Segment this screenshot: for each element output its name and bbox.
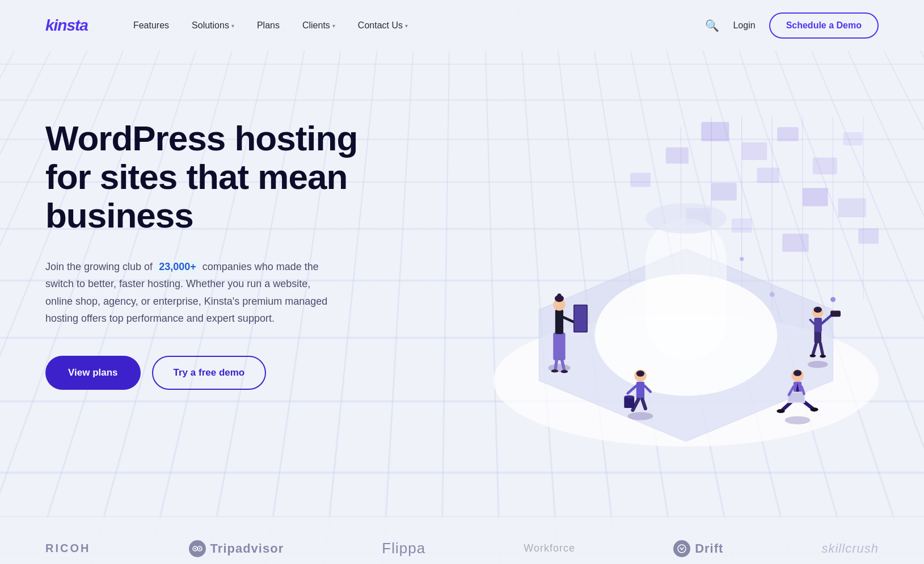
nav-clients[interactable]: Clients ▾	[302, 20, 335, 31]
chevron-down-icon: ▾	[231, 23, 234, 29]
svg-point-68	[794, 370, 801, 376]
nav-plans[interactable]: Plans	[257, 20, 280, 31]
client-flippa: Flippa	[382, 540, 425, 557]
client-tripadvisor: Tripadvisor	[189, 540, 284, 557]
svg-rect-0	[701, 122, 729, 141]
svg-point-43	[561, 370, 568, 373]
nav-contact[interactable]: Contact Us ▾	[358, 20, 408, 31]
tripadvisor-icon	[189, 540, 206, 557]
svg-rect-5	[843, 132, 862, 145]
svg-point-46	[636, 371, 644, 377]
client-ricoh: RICOH	[45, 542, 90, 555]
svg-point-24	[830, 297, 836, 302]
svg-point-54	[808, 361, 828, 368]
navbar: kinsta Features Solutions ▾ Plans Client…	[0, 0, 924, 51]
hero-svg-illustration	[397, 96, 879, 482]
svg-rect-76	[788, 393, 804, 402]
svg-rect-39	[575, 306, 587, 332]
chevron-down-icon: ▾	[405, 23, 408, 29]
svg-point-73	[777, 409, 784, 413]
svg-rect-8	[757, 168, 779, 183]
client-workforce: Workforce	[524, 542, 575, 554]
svg-point-44	[628, 412, 653, 420]
svg-point-83	[678, 545, 686, 553]
svg-point-66	[785, 416, 811, 424]
search-icon[interactable]: 🔍	[705, 19, 719, 32]
nav-links: Features Solutions ▾ Plans Clients ▾ Con…	[133, 20, 706, 31]
svg-rect-9	[803, 188, 828, 206]
svg-point-81	[194, 548, 196, 549]
svg-rect-10	[838, 198, 866, 217]
hero-illustration	[397, 96, 879, 482]
schedule-demo-button[interactable]: Schedule a Demo	[769, 12, 879, 39]
svg-point-25	[740, 257, 744, 261]
svg-rect-6	[630, 172, 651, 187]
login-link[interactable]: Login	[733, 20, 755, 31]
svg-point-82	[199, 548, 200, 549]
hero-title: WordPress hosting for sites that mean bu…	[45, 119, 374, 235]
svg-rect-1	[666, 148, 689, 164]
svg-rect-14	[782, 234, 808, 252]
svg-point-53	[624, 395, 634, 398]
svg-point-56	[814, 306, 822, 313]
clients-bar: RICOH Tripadvisor Flippa Workforce Drift…	[0, 516, 924, 564]
hero-content: WordPress hosting for sites that mean bu…	[45, 96, 374, 390]
nav-solutions[interactable]: Solutions ▾	[192, 20, 234, 31]
drift-icon	[673, 540, 690, 557]
hero-description: Join the growing club of 23,000+ compani…	[45, 258, 329, 327]
svg-rect-4	[813, 158, 837, 174]
svg-rect-61	[830, 311, 841, 317]
svg-rect-7	[711, 183, 737, 200]
client-skillcrush: skillcrush	[821, 541, 878, 556]
svg-rect-33	[555, 310, 563, 334]
svg-point-64	[809, 354, 816, 357]
try-demo-button[interactable]: Try a free demo	[152, 356, 267, 390]
svg-rect-11	[858, 229, 879, 244]
svg-point-65	[820, 355, 826, 357]
client-drift: Drift	[673, 540, 723, 557]
view-plans-button[interactable]: View plans	[45, 356, 141, 390]
svg-point-74	[810, 407, 818, 411]
svg-point-30	[645, 203, 727, 234]
hero-buttons: View plans Try a free demo	[45, 356, 374, 390]
hero-section: WordPress hosting for sites that mean bu…	[0, 51, 924, 516]
svg-rect-47	[636, 382, 644, 399]
svg-point-42	[551, 369, 559, 372]
svg-rect-3	[777, 127, 799, 141]
svg-rect-29	[645, 218, 727, 360]
chevron-down-icon: ▾	[332, 23, 335, 29]
logo[interactable]: kinsta	[45, 16, 88, 35]
nav-features[interactable]: Features	[133, 20, 169, 31]
svg-rect-52	[624, 397, 634, 408]
nav-right: 🔍 Login Schedule a Demo	[705, 12, 879, 39]
svg-point-36	[557, 293, 561, 297]
company-count-highlight: 23,000+	[155, 260, 200, 273]
svg-rect-2	[742, 142, 767, 160]
svg-rect-32	[553, 332, 565, 360]
svg-line-40	[555, 359, 557, 371]
